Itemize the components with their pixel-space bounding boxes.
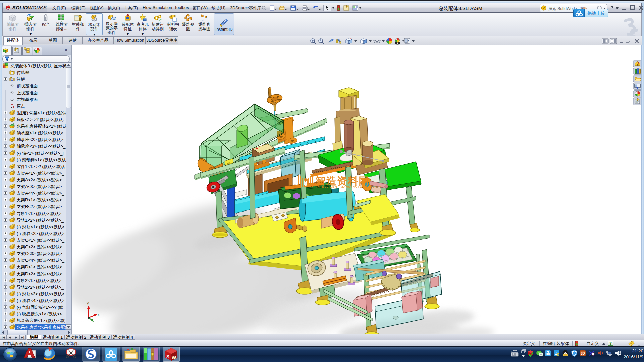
svg-text:(-) 吸盘接头<1> (默认<<: (-) 吸盘接头<1> (默认<< (17, 312, 62, 316)
svg-text:2016/11/9: 2016/11/9 (624, 354, 643, 359)
svg-text:支架A<1> (默认<<默认>_: 支架A<1> (默认<<默认>_ (17, 171, 64, 176)
svg-text:(-) 气缸固定板<1>->? (默: (-) 气缸固定板<1>->? (默 (17, 305, 63, 310)
svg-text:传感器: 传感器 (17, 70, 30, 75)
svg-text:注解: 注解 (16, 77, 25, 82)
svg-text:21:20: 21:20 (632, 348, 643, 353)
svg-text:原点: 原点 (17, 104, 25, 109)
svg-text:导轨1<2> (默认<<默认>_: 导轨1<2> (默认<<默认>_ (17, 218, 64, 223)
svg-text:水果礼盒盖^水果礼盒装配(: 水果礼盒盖^水果礼盒装配( (17, 325, 66, 330)
svg-text:导轨1<1> (默认<<默认>_: 导轨1<1> (默认<<默认>_ (17, 211, 64, 216)
svg-text:支架A<4> (默认<<默认>_: 支架A<4> (默认<<默认>_ (17, 191, 64, 196)
svg-text:支架A<2> (默认<<默认>_: 支架A<2> (默认<<默认>_ (17, 178, 64, 182)
svg-text:支架C<2> (默认<<默认>_: 支架C<2> (默认<<默认>_ (17, 245, 65, 249)
svg-text:(-) 滑块<4> (默认<<默认>: (-) 滑块<4> (默认<<默认> (17, 298, 64, 303)
svg-text:底板<1>->? (默认<<默认:: 底板<1>->? (默认<<默认: (17, 117, 64, 122)
svg-text:前视基准面: 前视基准面 (17, 84, 38, 88)
svg-text:水果礼盒装配体2<1> (默认: 水果礼盒装配体2<1> (默认 (17, 124, 67, 129)
svg-text:支架B<2> (默认<<默认>_: 支架B<2> (默认<<默认>_ (17, 204, 64, 209)
svg-text:导轨2<1> (默认<<默认>_: 导轨2<1> (默认<<默认>_ (17, 278, 64, 283)
svg-text:S: S (6, 7, 8, 9)
svg-text:导轨2<2> (默认<<默认>_: 导轨2<2> (默认<<默认>_ (17, 285, 64, 290)
svg-text:支架C<1> (默认<<默认>_: 支架C<1> (默认<<默认>_ (17, 238, 65, 243)
svg-text:(固定) 骨架<1> (默认<默认: (固定) 骨架<1> (默认<默认 (17, 111, 67, 115)
svg-text:轴承座<2> (默认<<默认>_: 轴承座<2> (默认<<默认>_ (17, 137, 66, 142)
svg-text:(-) 滑块<2> (默认<<默认>: (-) 滑块<2> (默认<<默认> (17, 231, 64, 236)
svg-text:(-) 滚动棒<1> (默认<<默认: (-) 滚动棒<1> (默认<<默认 (17, 158, 66, 162)
svg-text:?: ? (543, 6, 545, 10)
svg-text:(-) 轴<1> (默认<<默认>_!: (-) 轴<1> (默认<<默认>_! (17, 151, 64, 156)
svg-text:轴承座<3> (默认<<默认>_: 轴承座<3> (默认<<默认>_ (17, 144, 66, 149)
svg-text:礼盒盖容器<1> (默认<<默: 礼盒盖容器<1> (默认<<默 (17, 318, 65, 323)
svg-text:支架A<3> (默认<<默认>_: 支架A<3> (默认<<默认>_ (17, 184, 64, 189)
svg-text:右视基准面: 右视基准面 (17, 97, 38, 102)
svg-text:支架C<4> (默认<<默认>_: 支架C<4> (默认<<默认>_ (17, 258, 65, 263)
svg-text:W: W (8, 8, 10, 10)
svg-text:Y: Y (87, 302, 89, 306)
svg-text:W: W (172, 355, 176, 360)
svg-text:(-) 滑块<3> (默认<<默认>: (-) 滑块<3> (默认<<默认> (17, 292, 64, 296)
svg-text:总装配体3 (默认<默认_显示状: 总装配体3 (默认<默认_显示状 (10, 64, 67, 68)
svg-text:支架D<1> (默认<<默认>_: 支架D<1> (默认<<默认>_ (17, 265, 65, 269)
svg-text:S: S (166, 354, 169, 359)
svg-text:支架B<1> (默认<<默认>_: 支架B<1> (默认<<默认>_ (17, 198, 64, 202)
svg-text:零件1<1>->? (默认<<默认: 零件1<1>->? (默认<<默认 (17, 164, 65, 169)
svg-text:轴承座<1> (默认<<默认>_: 轴承座<1> (默认<<默认>_ (17, 131, 66, 135)
svg-text:支架C<3> (默认<<默认>_: 支架C<3> (默认<<默认>_ (17, 251, 65, 256)
svg-text:3D: 3D (581, 352, 585, 355)
svg-text:上视基准面: 上视基准面 (17, 90, 38, 95)
svg-text:X: X (97, 313, 100, 317)
svg-text:(-) 滑块<1> (默认<<默认>: (-) 滑块<1> (默认<<默认> (17, 225, 64, 229)
svg-text:支架D<2> (默认<<默认>_: 支架D<2> (默认<<默认>_ (17, 272, 65, 276)
